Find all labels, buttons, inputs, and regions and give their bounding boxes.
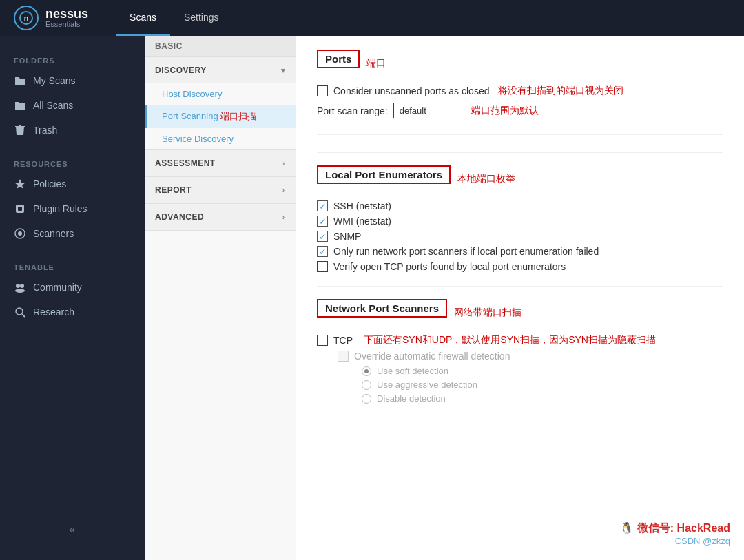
soft-detection-row: Use soft detection [362,366,723,376]
report-header[interactable]: REPORT › [145,177,296,203]
svg-rect-4 [18,207,22,211]
unscanned-ports-row: Consider unscanned ports as closed 将没有扫描… [317,85,723,97]
svg-point-8 [20,284,24,288]
verify-checkbox[interactable] [317,261,328,272]
range-annotation: 端口范围为默认 [471,105,539,117]
svg-line-11 [22,314,25,317]
divider-1 [317,152,723,153]
tcp-row: TCP 下面还有SYN和UDP，默认使用SYN扫描，因为SYN扫描为隐蔽扫描 [317,334,723,346]
ports-title: Ports [317,50,360,68]
service-discovery-item[interactable]: Service Discovery [145,128,296,149]
nav-tab-settings[interactable]: Settings [170,0,233,36]
unscanned-annotation: 将没有扫描到的端口视为关闭 [498,85,623,97]
advanced-arrow: › [282,213,285,221]
tcp-checkbox[interactable] [317,335,328,346]
soft-detection-radio [362,366,371,376]
sidebar-item-scanners[interactable]: Scanners [0,221,145,246]
logo-text-group: nessus Essentials [45,8,88,28]
folder-icon-all [14,99,26,112]
port-range-input[interactable] [393,103,462,118]
assessment-label: ASSESSMENT [155,158,216,168]
nps-title: Network Port Scanners [317,299,447,318]
discovery-label: DISCOVERY [155,65,207,75]
sidebar-item-allscans[interactable]: All Scans [0,93,145,118]
svg-point-7 [16,284,20,288]
content-area: Ports 端口 Consider unscanned ports as clo… [296,36,744,560]
verify-tcp-row: Verify open TCP ports found by local por… [317,261,723,272]
disable-detection-radio [362,394,371,404]
sidebar-item-trash[interactable]: Trash [0,118,145,143]
ssh-checkbox[interactable]: ✓ [317,200,328,211]
disable-detection-row: Disable detection [362,393,723,404]
scanner-icon [14,227,26,240]
sidebar-policies-label: Policies [33,178,66,189]
research-icon [14,306,26,318]
tcp-suboptions: Override automatic firewall detection Us… [338,351,723,404]
report-arrow: › [282,186,285,194]
wmi-netstat-row: ✓ WMI (netstat) [317,216,723,227]
wmi-label: WMI (netstat) [333,216,391,227]
unscanned-checkbox[interactable] [317,85,328,96]
wmi-checkbox[interactable]: ✓ [317,216,328,227]
advanced-label: ADVANCED [155,212,204,222]
local-port-title-row: Local Port Enumerators 本地端口枚举 [317,165,723,192]
sidebar-trash-label: Trash [33,125,57,136]
svg-point-9 [15,289,25,293]
assessment-header[interactable]: ASSESSMENT › [145,150,296,176]
svg-point-6 [18,231,22,236]
range-label: Port scan range: [317,105,388,116]
snmp-checkbox[interactable]: ✓ [317,231,328,242]
sidebar-item-research[interactable]: Research [0,300,145,324]
watermark-line2: CSDN @zkzq [620,536,730,546]
local-port-annotation: 本地端口枚举 [457,173,515,185]
folder-icon [14,74,26,87]
only-run-label: Only run network port scanners if local … [333,246,599,257]
folders-label: FOLDERS [0,50,145,68]
sidebar-item-pluginrules[interactable]: Plugin Rules [0,196,145,221]
aggressive-radio [362,380,371,390]
assessment-section: ASSESSMENT › [145,150,296,177]
sidebar-allscans-label: All Scans [33,100,73,111]
discovery-header[interactable]: DISCOVERY ▾ [145,57,296,83]
svg-text:n: n [24,14,29,22]
local-port-section: Local Port Enumerators 本地端口枚举 ✓ SSH (net… [317,165,723,272]
ports-title-row: Ports 端口 [317,50,723,76]
sidebar-item-policies[interactable]: Policies [0,172,145,196]
only-run-checkbox[interactable]: ✓ [317,246,328,257]
host-discovery-item[interactable]: Host Discovery [145,83,296,105]
sidebar: FOLDERS My Scans All Scans Trash RESOURC… [0,36,145,560]
sidebar-collapse-button[interactable]: « [0,513,145,546]
aggressive-label: Use aggressive detection [377,380,477,390]
tenable-label: TENABLE [0,256,145,275]
trash-icon [14,124,26,136]
sidebar-item-community[interactable]: Community [0,275,145,300]
logo-name: nessus [45,8,88,20]
nps-annotation: 网络带端口扫描 [454,307,521,319]
ports-section: Ports 端口 Consider unscanned ports as clo… [317,50,723,135]
logo-subtitle: Essentials [45,20,88,28]
report-label: REPORT [155,185,192,195]
logo-icon: n [14,6,39,30]
nav-tab-scans[interactable]: Scans [116,0,170,36]
advanced-header[interactable]: ADVANCED › [145,204,296,230]
plugin-icon [14,203,26,215]
sidebar-pluginrules-label: Plugin Rules [33,203,87,214]
override-row: Override automatic firewall detection [338,351,723,362]
config-panel: BASIC DISCOVERY ▾ Host Discovery Port Sc… [145,36,296,560]
verify-label: Verify open TCP ports found by local por… [333,261,566,272]
nps-title-row: Network Port Scanners 网络带端口扫描 [317,299,723,326]
sidebar-scanners-label: Scanners [33,228,74,239]
watermark-line1: 🐧 微信号: HackRead [620,521,730,536]
assessment-arrow: › [282,159,285,167]
disable-detection-label: Disable detection [377,393,446,404]
discovery-section: DISCOVERY ▾ Host Discovery Port Scanning… [145,57,296,150]
snmp-label: SNMP [333,231,361,242]
local-port-title: Local Port Enumerators [317,165,451,184]
sidebar-item-myscans[interactable]: My Scans [0,68,145,93]
port-scanning-item[interactable]: Port Scanning 端口扫描 [145,105,296,128]
port-range-row: Port scan range: 端口范围为默认 [317,103,723,118]
sidebar-research-label: Research [33,307,74,318]
sidebar-myscans-label: My Scans [33,75,75,86]
aggressive-detection-row: Use aggressive detection [362,380,723,390]
network-port-section: Network Port Scanners 网络带端口扫描 TCP 下面还有SY… [317,299,723,404]
